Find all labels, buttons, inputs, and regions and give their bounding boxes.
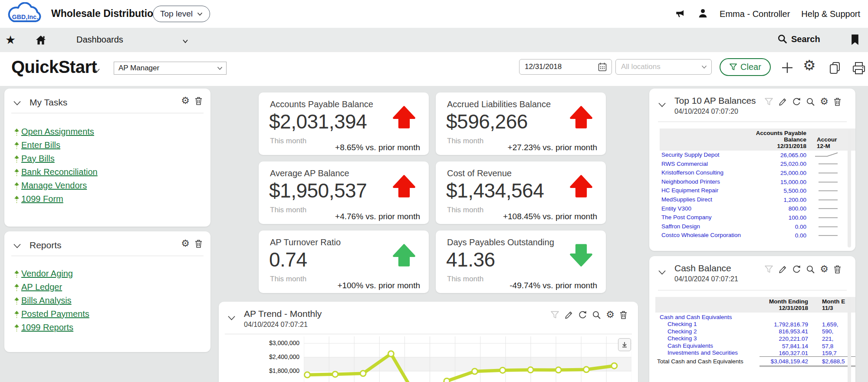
reports-list-item: Bills Analysis (14, 296, 89, 309)
refresh-icon[interactable] (792, 97, 801, 108)
filter-icon[interactable] (764, 97, 773, 108)
user-menu[interactable]: Emma - Controller (720, 9, 790, 19)
column-header[interactable]: Month Ending12/31/2018 (760, 297, 808, 313)
download-chart-icon[interactable] (618, 338, 631, 351)
date-filter-input[interactable]: 12/31/2018 (519, 59, 612, 75)
table-row: Checking 11,792,816.791,659, (655, 321, 855, 328)
scrollbar[interactable] (848, 130, 851, 247)
date-value: 12/31/2018 (525, 63, 562, 71)
gear-icon[interactable]: ⚙ (181, 239, 190, 250)
account-link[interactable]: Checking 2 (655, 328, 760, 336)
tasks-link-2[interactable]: Pay Bills (21, 154, 55, 164)
gear-icon[interactable]: ⚙ (181, 96, 190, 107)
chevron-down-icon[interactable] (182, 37, 188, 45)
ap-balance-value: 1,200.00 (755, 195, 806, 204)
reports-link-2[interactable]: Bills Analysis (21, 296, 72, 306)
ap-balance-value: 0.00 (755, 231, 806, 240)
reports-link-0[interactable]: Vendor Aging (21, 269, 73, 279)
collapse-chevron-icon[interactable] (13, 243, 21, 250)
column-header[interactable]: Accounts Payable Balance12/31/2018 (755, 128, 806, 151)
tasks-link-5[interactable]: 1099 Form (21, 194, 63, 204)
tasks-link-3[interactable]: Bank Reconciliation (21, 167, 98, 177)
up-arrow-icon (14, 128, 20, 137)
company-logo[interactable]: GBD,Inc. (4, 2, 46, 26)
tasks-list-item: Enter Bills (14, 140, 98, 154)
org-selector[interactable]: Top level (153, 6, 210, 22)
collapse-chevron-icon[interactable] (658, 269, 666, 277)
vendor-link[interactable]: Neighborhood Printers (660, 178, 755, 187)
account-link[interactable]: Investments and Securities (655, 349, 760, 357)
collapse-chevron-icon[interactable] (13, 100, 21, 108)
copy-icon[interactable] (828, 61, 842, 77)
add-widget-icon[interactable] (780, 61, 794, 76)
table-row: Costco Wholesale Corporation0.00 (660, 231, 855, 240)
kpi-down-arrow-icon (569, 243, 594, 270)
table-row: Saffron Design0.00 (660, 222, 855, 231)
kpi-period: This month (270, 137, 306, 145)
bookmark-icon[interactable] (850, 33, 860, 48)
reports-link-3[interactable]: Posted Payments (21, 309, 89, 319)
dashboard-select-value: AP Manager (118, 64, 159, 72)
location-filter-select[interactable]: All locations (615, 59, 712, 75)
tasks-link-1[interactable]: Enter Bills (21, 140, 60, 150)
clear-filters-button[interactable]: Clear (720, 58, 771, 76)
trash-icon[interactable] (833, 97, 842, 108)
filter-icon[interactable] (764, 265, 773, 276)
trash-icon[interactable] (619, 310, 628, 321)
vendor-link[interactable]: Kristofferson Consulting (660, 168, 755, 178)
vendor-link[interactable]: The Post Company (660, 213, 755, 222)
refresh-icon[interactable] (792, 265, 801, 276)
search-icon[interactable] (592, 310, 601, 321)
my-tasks-panel: My Tasks ⚙ Open AssignmentsEnter BillsPa… (4, 89, 210, 227)
gear-icon[interactable]: ⚙ (820, 265, 829, 276)
group-row-label[interactable]: Cash and Cash Equivalents (655, 313, 855, 321)
search-icon[interactable] (806, 97, 815, 108)
vendor-link[interactable]: Entity V300 (660, 204, 755, 214)
caret-down-icon (701, 65, 707, 69)
gear-icon[interactable]: ⚙ (820, 97, 829, 108)
nav-menu-dashboards[interactable]: Dashboards (76, 35, 123, 45)
title-caret-icon[interactable] (94, 67, 100, 75)
calendar-icon[interactable] (598, 62, 607, 72)
announcements-icon[interactable] (675, 7, 686, 20)
search-button[interactable]: Search (777, 34, 820, 44)
favorites-star-icon[interactable]: ★ (5, 34, 16, 46)
filter-icon[interactable] (550, 310, 559, 321)
pencil-icon[interactable] (778, 97, 787, 108)
kpi-value: 0.74 (269, 248, 307, 271)
account-link[interactable]: Checking 1 (655, 321, 760, 328)
settings-gear-icon[interactable]: ⚙ (803, 57, 816, 74)
tasks-link-4[interactable]: Manage Vendors (21, 181, 87, 191)
pencil-icon[interactable] (564, 310, 573, 321)
dashboard-select[interactable]: AP Manager (114, 62, 227, 75)
vendor-link[interactable]: MedSupplies Direct (660, 195, 755, 204)
trash-icon[interactable] (194, 96, 203, 107)
refresh-icon[interactable] (578, 310, 587, 321)
print-icon[interactable] (852, 61, 866, 77)
y-axis-tick: $1,800,000 (243, 367, 299, 374)
vendor-link[interactable]: HC Equipment Repair (660, 186, 755, 195)
vendor-link[interactable]: Saffron Design (660, 222, 755, 231)
help-support-link[interactable]: Help & Support (801, 9, 860, 19)
account-link[interactable]: Cash Equivalents (655, 342, 760, 350)
top10-table: Accounts Payable Balance12/31/2018 Accou… (660, 128, 855, 240)
gear-icon[interactable]: ⚙ (606, 310, 615, 321)
trash-icon[interactable] (833, 265, 842, 276)
vendor-link[interactable]: Security Supply Depot (660, 151, 755, 160)
account-link[interactable]: Checking 3 (655, 335, 760, 342)
vendor-link[interactable]: RWS Commercial (660, 160, 755, 169)
search-label: Search (791, 34, 820, 44)
dashboard-toolbar: QuickStart AP Manager 12/31/2018 All loc… (0, 52, 868, 86)
user-icon[interactable] (697, 8, 708, 20)
scrollbar[interactable] (848, 298, 851, 382)
vendor-link[interactable]: Costco Wholesale Corporation (660, 231, 755, 240)
collapse-chevron-icon[interactable] (658, 102, 666, 109)
search-icon[interactable] (806, 265, 815, 276)
trash-icon[interactable] (194, 239, 203, 250)
tasks-link-0[interactable]: Open Assignments (21, 127, 94, 137)
home-icon[interactable] (35, 34, 47, 48)
reports-link-1[interactable]: AP Ledger (21, 282, 62, 292)
reports-link-4[interactable]: 1099 Reports (21, 323, 73, 333)
collapse-chevron-icon[interactable] (227, 315, 236, 323)
pencil-icon[interactable] (778, 265, 787, 276)
